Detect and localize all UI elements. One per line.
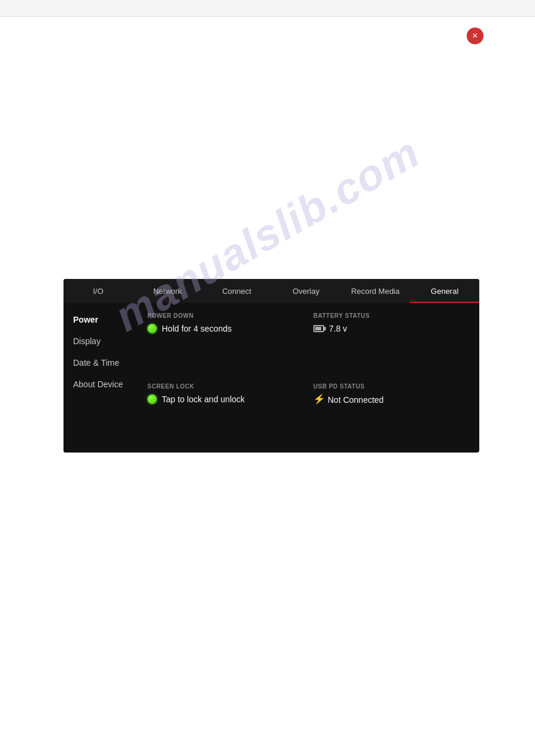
power-down-label: POWER DOWN	[147, 312, 301, 319]
tab-record-media[interactable]: Record Media	[341, 279, 410, 303]
tab-bar: I/O Network Connect Overlay Record Media…	[64, 279, 479, 303]
screen-lock-value: Tap to lock and unlock	[147, 394, 301, 404]
top-border	[0, 0, 535, 17]
power-down-value: Hold for 4 seconds	[147, 324, 301, 333]
tab-connect[interactable]: Connect	[202, 279, 271, 303]
power-down-icon	[147, 324, 157, 333]
usb-pd-status-value: ⚡ Not Connected	[313, 394, 467, 405]
tab-network[interactable]: Network	[133, 279, 202, 303]
screen-lock-block: SCREEN LOCK Tap to lock and unlock	[147, 383, 301, 443]
main-content: POWER DOWN Hold for 4 seconds BATTERY ST…	[135, 303, 479, 453]
tab-general[interactable]: General	[410, 279, 479, 303]
battery-icon	[313, 325, 324, 332]
battery-status-value: 7.8 v	[313, 324, 467, 333]
sidebar-item-display[interactable]: Display	[64, 330, 135, 352]
usb-pd-status-block: USB PD STATUS ⚡ Not Connected	[313, 383, 467, 443]
screen-lock-icon	[147, 394, 157, 404]
usb-icon: ⚡	[313, 394, 323, 405]
battery-status-block: BATTERY STATUS 7.8 v	[313, 312, 467, 371]
battery-status-label: BATTERY STATUS	[313, 312, 467, 319]
tab-io[interactable]: I/O	[64, 279, 133, 303]
settings-panel: I/O Network Connect Overlay Record Media…	[64, 279, 479, 453]
power-down-block: POWER DOWN Hold for 4 seconds	[147, 312, 301, 371]
close-button[interactable]: ×	[467, 28, 483, 44]
tab-overlay[interactable]: Overlay	[271, 279, 341, 303]
usb-pd-status-label: USB PD STATUS	[313, 383, 467, 390]
screen-lock-label: SCREEN LOCK	[147, 383, 301, 390]
content-area: Power Display Date & Time About Device P…	[64, 303, 479, 453]
sidebar: Power Display Date & Time About Device	[64, 303, 135, 453]
sidebar-item-about-device[interactable]: About Device	[64, 374, 135, 395]
sidebar-item-power[interactable]: Power	[64, 309, 135, 330]
sidebar-item-date-time[interactable]: Date & Time	[64, 352, 135, 374]
